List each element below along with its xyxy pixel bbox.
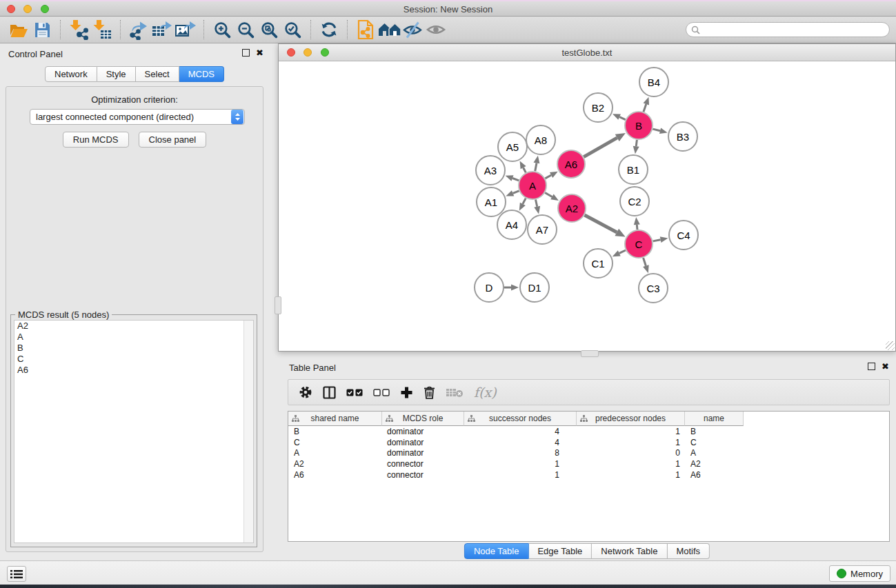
zoom-fit-icon[interactable]: [257, 18, 281, 41]
graph-node-D[interactable]: D: [475, 273, 504, 302]
table-cell[interactable]: B: [288, 427, 382, 436]
graph-edge-B-B3[interactable]: [653, 128, 667, 134]
graph-edge-B-B2[interactable]: [613, 114, 626, 120]
table-cell[interactable]: dominator: [382, 448, 464, 458]
save-session-icon[interactable]: [30, 18, 54, 41]
import-table-icon[interactable]: [90, 18, 114, 41]
graph-node-A3[interactable]: A3: [476, 156, 505, 185]
table-cell[interactable]: 8: [464, 448, 577, 458]
zoom-out-icon[interactable]: [234, 18, 257, 41]
deselect-all-unchecked-icon[interactable]: [373, 389, 390, 396]
graph-node-B1[interactable]: B1: [619, 155, 648, 184]
table-cell[interactable]: 4: [464, 427, 577, 436]
tab-network[interactable]: Network: [45, 66, 97, 82]
graph-node-A[interactable]: A: [519, 172, 546, 199]
tab-mcds[interactable]: MCDS: [179, 66, 224, 82]
graph-edge-A-A5[interactable]: [520, 161, 526, 172]
settings-gear-icon[interactable]: [299, 385, 312, 399]
tab-style[interactable]: Style: [97, 66, 136, 82]
close-panel-icon[interactable]: ✖: [256, 50, 263, 57]
export-table-icon[interactable]: [150, 18, 174, 41]
graph-node-A7[interactable]: A7: [528, 215, 557, 244]
column-header-MCDS-role[interactable]: MCDS role: [382, 412, 464, 426]
graph-node-B[interactable]: B: [625, 112, 653, 139]
graph-node-C4[interactable]: C4: [669, 221, 698, 250]
memory-button[interactable]: Memory: [829, 565, 890, 582]
mcds-result-list[interactable]: A2ABCA6: [14, 320, 254, 543]
task-history-button[interactable]: [7, 566, 26, 582]
graph-edge-C-C1[interactable]: [613, 250, 626, 256]
criterion-dropdown[interactable]: largest connected component (directed): [30, 109, 245, 125]
export-image-icon[interactable]: [174, 18, 197, 41]
table-cell[interactable]: dominator: [382, 427, 464, 436]
graph-node-B2[interactable]: B2: [584, 93, 613, 122]
table-cell[interactable]: A6: [685, 470, 744, 480]
graph-edge-A-A4[interactable]: [519, 199, 526, 211]
houses-icon[interactable]: [377, 18, 401, 41]
close-panel-button[interactable]: Close panel: [139, 132, 207, 148]
table-row[interactable]: Cdominator41C: [288, 437, 889, 448]
table-cell[interactable]: C: [685, 438, 744, 447]
network-from-document-icon[interactable]: [354, 18, 377, 41]
graph-node-A4[interactable]: A4: [497, 210, 526, 239]
run-mcds-button[interactable]: Run MCDS: [63, 132, 129, 148]
table-cell[interactable]: 1: [464, 459, 577, 469]
mcds-result-item[interactable]: A: [14, 332, 253, 343]
graph-edge-B-B4[interactable]: [644, 97, 649, 112]
network-canvas[interactable]: AA1A2A3A4A5A6A7A8BB1B2B3B4CC1C2C3C4DD1: [279, 61, 895, 351]
graph-node-C1[interactable]: C1: [584, 249, 613, 278]
zoom-selected-icon[interactable]: [281, 18, 304, 41]
graph-edge-A-A2[interactable]: [545, 193, 559, 201]
graph-edge-A-A8[interactable]: [533, 156, 539, 172]
column-header-predecessor-nodes[interactable]: predecessor nodes: [577, 412, 685, 426]
table-cell[interactable]: 0: [577, 448, 685, 458]
column-header-shared-name[interactable]: shared name: [288, 412, 382, 426]
list-scrollbar[interactable]: [243, 321, 253, 543]
table-cell[interactable]: A6: [288, 470, 382, 480]
table-cell[interactable]: A2: [685, 459, 744, 469]
table-cell[interactable]: 4: [464, 438, 577, 447]
graph-edge-D-D1[interactable]: [504, 285, 519, 291]
float-panel-icon[interactable]: [242, 49, 250, 57]
graph-edge-C-C2[interactable]: [634, 217, 640, 230]
node-table[interactable]: shared nameMCDS rolesuccessor nodesprede…: [288, 411, 890, 542]
graph-node-A2[interactable]: A2: [558, 194, 586, 222]
mcds-result-item[interactable]: B: [14, 343, 253, 354]
graph-node-A1[interactable]: A1: [477, 187, 506, 216]
column-header-name[interactable]: name: [685, 412, 744, 426]
table-cell[interactable]: 1: [577, 470, 685, 480]
mcds-result-item[interactable]: A6: [14, 365, 253, 376]
network-graph[interactable]: AA1A2A3A4A5A6A7A8BB1B2B3B4CC1C2C3C4DD1: [279, 61, 895, 351]
table-row[interactable]: A2connector11A2: [288, 458, 889, 469]
graph-edge-C-C3[interactable]: [643, 258, 649, 273]
tab-network-table[interactable]: Network Table: [592, 543, 667, 559]
graph-node-B3[interactable]: B3: [668, 122, 697, 151]
tab-select[interactable]: Select: [136, 66, 179, 82]
graph-node-C[interactable]: C: [625, 230, 653, 258]
graph-edge-A2-C[interactable]: [585, 215, 626, 237]
graph-node-C2[interactable]: C2: [620, 187, 649, 216]
close-panel-icon[interactable]: ✖: [882, 363, 889, 370]
graph-edge-A6-B[interactable]: [584, 133, 626, 157]
table-cell[interactable]: 1: [577, 459, 685, 469]
refresh-icon[interactable]: [317, 18, 341, 41]
horizontal-divider-handle[interactable]: [581, 350, 599, 357]
table-cell[interactable]: B: [685, 427, 744, 436]
add-column-icon[interactable]: [400, 386, 413, 399]
delete-column-icon[interactable]: [424, 385, 435, 399]
graph-edge-A-A3[interactable]: [506, 175, 519, 181]
tab-node-table[interactable]: Node Table: [464, 543, 529, 559]
export-network-icon[interactable]: [127, 18, 150, 41]
graph-edge-A-A7[interactable]: [534, 200, 540, 214]
delete-table-icon[interactable]: [446, 387, 464, 398]
graph-node-A8[interactable]: A8: [526, 125, 555, 154]
eye-slash-icon[interactable]: [401, 18, 424, 41]
graph-edge-A-A6[interactable]: [545, 172, 557, 179]
resize-grip[interactable]: [886, 341, 895, 350]
table-row[interactable]: A6connector11A6: [288, 469, 889, 480]
graph-node-A5[interactable]: A5: [498, 132, 527, 161]
column-header-successor-nodes[interactable]: successor nodes: [464, 412, 577, 426]
table-row[interactable]: Adominator80A: [288, 448, 889, 459]
table-row[interactable]: Bdominator41B: [288, 426, 889, 437]
graph-edge-A-A1[interactable]: [506, 190, 519, 196]
